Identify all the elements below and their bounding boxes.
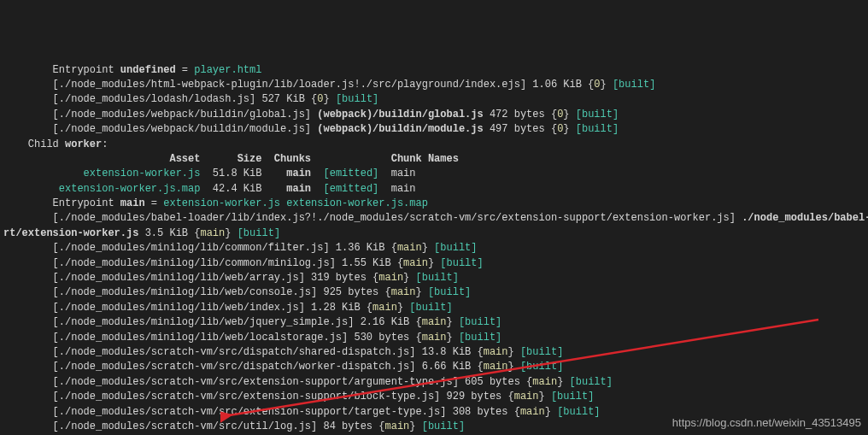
- terminal-token: main: [286, 168, 311, 179]
- terminal-token: [built]: [576, 123, 619, 135]
- terminal-line: rt/extension-worker.js 3.5 KiB {main} [b…: [3, 226, 868, 241]
- terminal-token: }: [428, 257, 440, 269]
- terminal-token: [built]: [409, 302, 452, 314]
- terminal-token: }: [397, 302, 409, 314]
- terminal-line: [./node_modules/scratch-vm/src/extension…: [3, 390, 868, 404]
- terminal-line: [./node_modules/minilog/lib/common/filte…: [3, 241, 868, 256]
- terminal-token: main: [397, 242, 422, 254]
- terminal-token: [built]: [613, 79, 655, 91]
- terminal-token: main: [520, 406, 545, 418]
- terminal-token: }: [508, 361, 520, 373]
- terminal-line: [./node_modules/lodash/lodash.js] 527 Ki…: [3, 92, 868, 107]
- terminal-token: player.html: [194, 64, 261, 76]
- terminal-token: [built]: [434, 242, 477, 254]
- terminal-token: 51.8 KiB: [200, 168, 286, 179]
- terminal-token: Entrypoint: [3, 197, 120, 209]
- terminal-token: Asset Size Chunks Chunk Names: [3, 153, 459, 165]
- terminal-line: [./node_modules/scratch-vm/src/dispatch/…: [3, 360, 868, 374]
- terminal-line: Entrypoint main = extension-worker.js ex…: [3, 197, 868, 211]
- terminal-token: [emitted]: [323, 168, 378, 179]
- terminal-token: main: [378, 272, 403, 284]
- terminal-token: main: [372, 302, 397, 314]
- terminal-token: [built]: [570, 376, 613, 388]
- terminal-token: worker: [65, 138, 102, 150]
- terminal-token: [./node_modules/scratch-vm/src/extension…: [3, 376, 532, 388]
- terminal-token: [311, 168, 323, 179]
- terminal-line: extension-worker.js.map 42.4 KiB main [e…: [3, 182, 868, 197]
- terminal-token: extension-worker.js: [163, 197, 280, 209]
- terminal-token: [./node_modules/minilog/lib/common/filte…: [3, 242, 397, 254]
- terminal-token: main: [391, 286, 416, 298]
- terminal-token: main: [532, 376, 557, 388]
- terminal-line: [./node_modules/minilog/lib/web/array.js…: [3, 271, 868, 285]
- terminal-token: [./node_modules/minilog/lib/web/index.js…: [3, 302, 372, 314]
- terminal-token: [emitted]: [323, 183, 378, 195]
- terminal-token: }: [225, 227, 237, 239]
- terminal-token: [./node_modules/minilog/lib/web/array.js…: [3, 272, 378, 284]
- terminal-token: main: [200, 227, 225, 239]
- terminal-token: =: [176, 64, 195, 76]
- terminal-output[interactable]: Entrypoint undefined = player.html [./no…: [3, 63, 868, 435]
- terminal-line: [./node_modules/babel-loader/lib/index.j…: [3, 211, 868, 226]
- terminal-token: }: [409, 420, 421, 432]
- terminal-token: 472 bytes {: [484, 109, 557, 121]
- terminal-token: [./node_modules/html-webpack-plugin/lib/…: [3, 79, 594, 91]
- terminal-token: }: [422, 242, 434, 254]
- terminal-token: (webpack)/buildin/global.js: [317, 109, 483, 121]
- watermark: https://blog.csdn.net/weixin_43513495: [672, 415, 861, 432]
- terminal-token: [./node_modules/scratch-vm/src/dispatch/…: [3, 346, 484, 358]
- terminal-token: [./node_modules/webpack/buildin/global.j…: [3, 109, 317, 121]
- terminal-token: [./node_modules/minilog/lib/web/jquery_s…: [3, 316, 422, 328]
- terminal-token: main: [422, 332, 447, 344]
- terminal-token: [311, 183, 323, 195]
- terminal-token: [built]: [520, 361, 563, 373]
- terminal-token: [./node_modules/webpack/buildin/module.j…: [3, 123, 317, 135]
- terminal-token: =: [145, 197, 164, 209]
- terminal-line: [./node_modules/minilog/lib/web/jquery_s…: [3, 315, 868, 330]
- terminal-token: }: [601, 79, 613, 91]
- terminal-token: [./node_modules/scratch-vm/src/extension…: [3, 406, 520, 418]
- terminal-line: [./node_modules/minilog/lib/web/console.…: [3, 285, 868, 300]
- terminal-line: [./node_modules/minilog/lib/web/index.js…: [3, 301, 868, 315]
- terminal-token: }: [403, 272, 415, 284]
- terminal-line: Entrypoint undefined = player.html: [3, 63, 868, 78]
- terminal-token: extension-worker.js.map: [3, 183, 200, 195]
- terminal-line: [./node_modules/webpack/buildin/global.j…: [3, 108, 868, 122]
- terminal-token: }: [323, 93, 335, 105]
- terminal-token: [built]: [336, 93, 378, 105]
- terminal-token: }: [447, 332, 459, 344]
- terminal-token: main: [120, 197, 145, 209]
- terminal-token: main: [484, 346, 508, 358]
- terminal-line: extension-worker.js 51.8 KiB main [emitt…: [3, 167, 868, 181]
- terminal-token: [./node_modules/scratch-vm/src/util/log.…: [3, 420, 384, 432]
- terminal-line: [./node_modules/minilog/lib/web/localsto…: [3, 331, 868, 345]
- terminal-token: [built]: [440, 257, 483, 269]
- terminal-token: main: [378, 168, 415, 179]
- terminal-token: undefined: [120, 64, 176, 76]
- terminal-token: [./node_modules/lodash/lodash.js] 527 Ki…: [3, 93, 317, 105]
- terminal-token: [./node_modules/minilog/lib/web/console.…: [3, 286, 391, 298]
- terminal-token: main: [403, 257, 428, 269]
- terminal-token: }: [563, 123, 575, 135]
- terminal-token: [built]: [238, 227, 280, 239]
- terminal-token: }: [416, 286, 428, 298]
- terminal-line: [./node_modules/html-webpack-plugin/lib/…: [3, 78, 868, 92]
- terminal-line: Asset Size Chunks Chunk Names: [3, 152, 868, 167]
- terminal-token: (webpack)/buildin/module.js: [317, 123, 483, 135]
- terminal-token: main: [384, 420, 409, 432]
- terminal-token: [./node_modules/minilog/lib/web/localsto…: [3, 332, 422, 344]
- terminal-token: 497 bytes {: [484, 123, 557, 135]
- terminal-token: [./node_modules/babel-loader/lib/index.j…: [3, 212, 742, 224]
- terminal-token: 0: [594, 79, 600, 91]
- terminal-token: [./node_modules/scratch-vm/src/extension…: [3, 391, 514, 403]
- terminal-token: [built]: [459, 332, 501, 344]
- terminal-token: }: [508, 346, 520, 358]
- terminal-token: [built]: [557, 406, 600, 418]
- terminal-token: }: [447, 316, 459, 328]
- terminal-token: [built]: [520, 346, 563, 358]
- terminal-token: 3.5 KiB {: [138, 227, 200, 239]
- terminal-token: main: [286, 183, 311, 195]
- terminal-token: :: [102, 138, 108, 150]
- terminal-token: [built]: [459, 316, 501, 328]
- terminal-token: }: [539, 391, 551, 403]
